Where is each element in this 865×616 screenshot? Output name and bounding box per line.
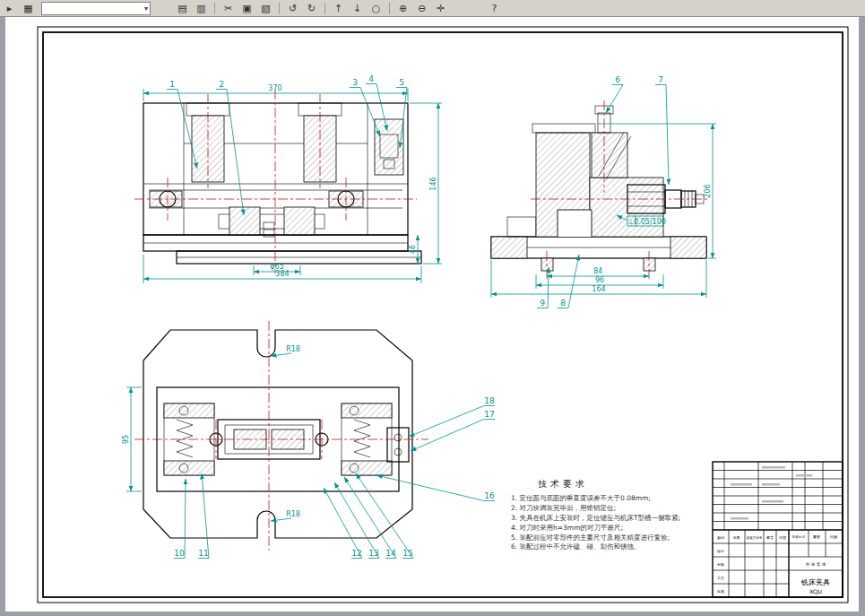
balloon-12: 12 <box>351 549 361 558</box>
dimension-label-front-step: 46 <box>409 245 417 254</box>
zoom-out-icon[interactable]: ⊖ <box>413 1 430 16</box>
balloon-17: 17 <box>484 410 494 419</box>
redo-icon[interactable]: ↻ <box>303 1 320 16</box>
balloon-13: 13 <box>368 549 378 558</box>
titleblock-label-craft: 工艺 <box>717 576 724 580</box>
titleblock-label-date: 日期 <box>779 535 786 540</box>
zoom-in-icon[interactable]: ⊕ <box>394 1 411 16</box>
table-icon[interactable]: ▦ <box>20 1 37 16</box>
combo-caret-icon: ▾ <box>144 4 148 13</box>
dimension-label-plan-radius-bottom: R18 <box>286 510 300 518</box>
dimension-label-plan-height: 95 <box>122 435 130 444</box>
balloon-6: 6 <box>615 75 620 84</box>
pan-icon[interactable]: ✛ <box>432 1 449 16</box>
balloon-10: 10 <box>174 549 185 558</box>
tolerance-value: 0.05/100 <box>634 218 666 226</box>
titleblock-part-name: 铣床夹具 <box>800 578 830 586</box>
dimension-label-front-bottom: 384 <box>275 270 289 278</box>
drawing-canvas[interactable]: 370 384 146 46 φ65 84 96 164 206 <box>0 0 865 616</box>
balloon-18: 18 <box>484 396 495 405</box>
dimension-label-side-b1: 84 <box>593 267 602 275</box>
move-down-icon[interactable]: ↓ <box>349 1 366 16</box>
tech-requirement-item: 6. 装配过程中不允许磕、碰、划伤和锈蚀。 <box>511 542 735 552</box>
tech-requirement-item: 3. 夹具在机床上安装时，定位键应与机床T型槽一侧靠紧; <box>511 514 735 524</box>
balloon-11: 11 <box>198 549 208 558</box>
titleblock-label-stage: 阶段标记 <box>792 534 806 539</box>
tech-requirement-item: 5. 装配前应对零部件的主要尺寸及相关精度进行复验; <box>511 534 735 543</box>
cad-application-window: { "toolbar": { "combo_value": "", "combo… <box>0 0 865 616</box>
balloon-16: 16 <box>484 491 495 500</box>
balloon-3: 3 <box>352 78 358 87</box>
titleblock-label-weight: 重量 <box>812 534 820 539</box>
preview-icon[interactable]: ▥ <box>193 1 210 16</box>
dimension-label-side-b3: 164 <box>592 285 605 293</box>
toolbar: ▸ ▦ ▾ ▤ ▥ ✂ ▣ ▧ ↺ ↻ ↑ ↓ ○ ⊕ ⊖ ✛ ? <box>0 0 865 17</box>
drawing-svg: 370 384 146 46 φ65 84 96 164 206 <box>0 0 865 616</box>
titleblock-label-sheets: 共 张 第 张 <box>806 562 826 567</box>
paste-icon[interactable]: ▧ <box>257 1 274 16</box>
titleblock-part-code: XCJU <box>809 588 822 595</box>
balloon-5: 5 <box>399 78 404 87</box>
titleblock-label-approve: 批准 <box>717 589 724 594</box>
titleblock-label-file-no: 更改文件号 <box>747 535 763 540</box>
dimension-label-plan-radius-top: R18 <box>286 345 300 353</box>
dimension-label-front-dia: φ65 <box>270 263 283 271</box>
cut-icon[interactable]: ✂ <box>220 1 237 16</box>
scale-combo[interactable]: ▾ <box>41 2 151 15</box>
copy-icon[interactable]: ▣ <box>238 1 255 16</box>
move-up-icon[interactable]: ↑ <box>330 1 347 16</box>
toolbar-separator <box>279 3 280 14</box>
balloon-1: 1 <box>169 80 175 89</box>
dimension-label-side-b2: 96 <box>595 276 604 284</box>
tech-requirements: 技术要求 1. 定位面与底面的垂直度误差不大于0.08mm; 2. 对刀块调装完… <box>511 478 735 552</box>
tech-requirement-item: 1. 定位面与底面的垂直度误差不大于0.08mm; <box>511 494 735 504</box>
tech-requirement-item: 4. 对刀时采用h=3mm的对刀平塞尺; <box>511 524 735 534</box>
toolbar-separator <box>214 3 215 14</box>
toolbar-separator <box>324 3 325 14</box>
tech-requirement-item: 2. 对刀块调装完毕后，用锥销定位; <box>511 504 735 514</box>
titleblock-label-sign: 签字 <box>766 535 774 540</box>
balloon-8: 8 <box>560 299 566 308</box>
balloon-4: 4 <box>368 74 374 83</box>
undo-icon[interactable]: ↺ <box>284 1 301 16</box>
tech-requirements-title: 技术要求 <box>538 478 735 490</box>
balloon-7: 7 <box>658 75 663 84</box>
balloon-9: 9 <box>540 299 545 308</box>
toolbar-separator <box>389 3 390 14</box>
dimension-label-side-height: 206 <box>704 184 712 197</box>
dimension-label-front-top: 370 <box>268 84 281 92</box>
dimension-label-front-height: 146 <box>429 177 437 190</box>
titleblock-label-check: 审核 <box>717 562 724 567</box>
circle-tool-icon[interactable]: ○ <box>368 1 385 16</box>
print-icon[interactable]: ▤ <box>174 1 191 16</box>
help-icon[interactable]: ? <box>486 1 503 16</box>
menu-arrow-icon[interactable]: ▸ <box>1 1 18 16</box>
balloon-2: 2 <box>219 80 224 89</box>
